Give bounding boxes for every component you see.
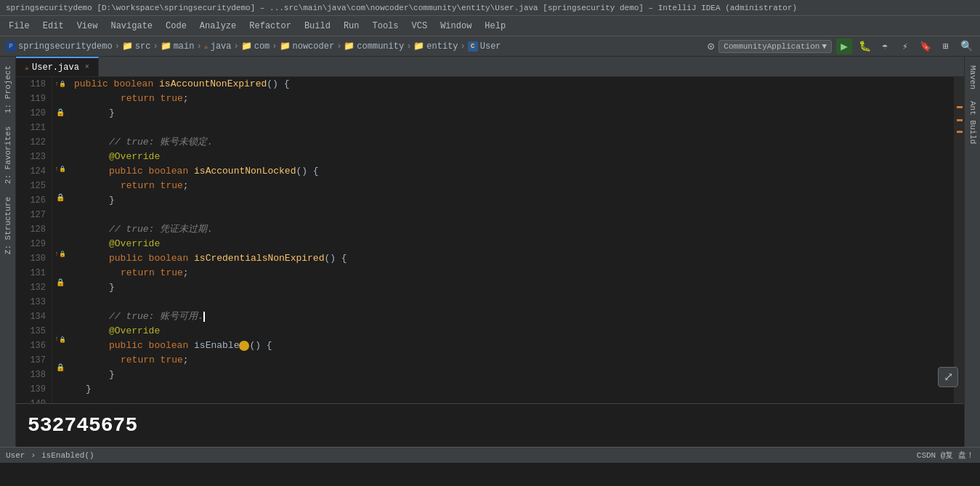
line-numbers: 118 119 120 121 122 123 124 125 126 127 … [16,77,52,403]
bottom-panel: 532745675 [16,403,964,447]
breadcrumb-entity[interactable]: 📁 entity [413,41,458,52]
title-bar: springsecuritydemo [D:\workspace\springs… [0,0,980,16]
code-line-126: } [74,193,948,208]
gutter-120: 🔒 [52,105,68,120]
com-icon: 📁 [241,41,252,52]
status-right-text: CSDN @复 盘！ [917,450,974,461]
gutter-126: 🔒 [52,190,68,205]
left-sidebar: 1: Project 2: Favorites Z: Structure [0,57,16,447]
java-icon: ☕ [204,42,208,51]
menu-navigate[interactable]: Navigate [105,19,158,33]
gutter-139 [52,375,68,389]
entity-icon: 📁 [413,41,424,52]
sidebar-tab-favorites[interactable]: 2: Favorites [1,121,15,190]
code-line-120: } [74,106,948,121]
code-line-128: // true: 凭证未过期. [74,222,948,237]
gutter-134 [52,304,68,318]
right-tab-ant-build[interactable]: Ant Build [966,95,979,150]
code-line-130: public boolean isCredentialsNonExpired()… [74,251,948,266]
menu-vcs[interactable]: VCS [406,19,434,33]
menu-run[interactable]: Run [338,19,365,33]
run-button[interactable]: ▶ [836,39,852,54]
run-config-button[interactable]: CommunityApplication ▼ [718,40,832,53]
scroll-marker-2 [957,119,963,121]
breadcrumb-bar: P springsecuritydemo › 📁 src › 📁 main › … [0,36,980,57]
menu-window[interactable]: Window [434,19,477,33]
nowcoder-icon: 📁 [280,41,291,52]
gutter-133 [52,290,68,304]
code-line-124: public boolean isAccountNonLocked() { [74,164,948,179]
right-toolbar: ⊙ CommunityApplication ▼ ▶ 🐛 ☂ ⚡ 🔖 ⊞ 🔍 [708,39,974,54]
community-icon: 📁 [344,41,355,52]
breadcrumb-com[interactable]: 📁 com [241,41,270,52]
menu-analyze[interactable]: Analyze [194,19,242,33]
coverage-button[interactable]: ☂ [877,39,893,54]
breadcrumb-nowcoder[interactable]: 📁 nowcoder [280,41,335,52]
code-line-138: } [74,368,948,382]
sidebar-tab-structure[interactable]: Z: Structure [1,191,15,260]
file-tab-close[interactable]: × [85,63,89,71]
breadcrumb-src[interactable]: 📁 src [122,41,151,52]
file-tab-user-java[interactable]: ☕ User.java × [16,57,99,76]
code-line-119: return true; [74,92,948,106]
code-line-131: return true; [74,266,948,280]
java-file-icon: ☕ [25,63,29,72]
debug-button[interactable]: 🐛 [857,39,872,54]
right-scrollbar[interactable] [954,77,964,403]
code-line-135: @Override [74,324,948,339]
code-line-118: public boolean isAccountNonExpired() { [74,77,948,92]
class-icon: C [468,41,478,52]
gutter-121 [52,120,68,134]
expand-icon[interactable]: ⤢ [938,367,958,387]
gutter-132: 🔒 [52,275,68,290]
breadcrumb-main[interactable]: 📁 main [161,41,195,52]
code-line-122: // true: 账号未锁定. [74,135,948,150]
breadcrumb-class[interactable]: C User [468,41,501,52]
code-line-123: @Override [74,150,948,164]
gutter-138: 🔒 [52,360,68,375]
sidebar-tab-project[interactable]: 1: Project [1,60,15,119]
breadcrumb-project[interactable]: P springsecuritydemo [6,41,113,52]
menu-code[interactable]: Code [160,19,193,33]
file-tab-bar: ☕ User.java × [16,57,964,77]
src-icon: 📁 [122,41,133,52]
code-line-129: @Override [74,237,948,251]
right-panel: Maven Ant Build [964,57,980,447]
menu-view[interactable]: View [71,19,104,33]
code-line-132: } [74,280,948,295]
code-content[interactable]: public boolean isAccountNonExpired() { r… [68,77,954,403]
scroll-marker-1 [957,106,963,108]
main-icon: 📁 [161,41,171,52]
menu-file[interactable]: File [3,19,36,33]
gutter-122 [52,134,68,148]
code-line-121 [74,121,948,135]
title-text: springsecuritydemo [D:\workspace\springs… [6,4,797,12]
code-line-136: public boolean isEnable() { [74,339,948,353]
menu-tools[interactable]: Tools [367,19,405,33]
menu-refactor[interactable]: Refactor [243,19,297,33]
gutter-131 [52,262,68,276]
navigate-icon[interactable]: ⊙ [708,39,715,54]
code-line-133 [74,295,948,309]
status-bar: User › isEnabled() CSDN @复 盘！ [0,447,980,463]
gutter-119 [52,92,68,106]
breadcrumb-java[interactable]: ☕ java [204,41,232,52]
menu-build[interactable]: Build [299,19,336,33]
gutter-128 [52,219,68,233]
menu-edit[interactable]: Edit [37,19,70,33]
right-tab-maven[interactable]: Maven [966,60,979,95]
gutter-136: ↑ 🔒 [52,332,68,347]
search-everywhere-button[interactable]: 🔍 [958,39,974,54]
main-layout: 1: Project 2: Favorites Z: Structure ☕ U… [0,57,980,447]
code-line-139: } [74,382,948,397]
gutter-129 [52,233,68,248]
code-line-137: return true; [74,353,948,368]
bookmark-button[interactable]: 🔖 [918,39,934,54]
breadcrumb-community[interactable]: 📁 community [344,41,404,52]
gutter-125 [52,177,68,191]
menu-help[interactable]: Help [479,19,511,33]
layout-button[interactable]: ⊞ [938,39,954,54]
gutter-140 [52,389,68,403]
profile-button[interactable]: ⚡ [897,39,913,54]
editor-content[interactable]: 118 119 120 121 122 123 124 125 126 127 … [16,77,964,403]
